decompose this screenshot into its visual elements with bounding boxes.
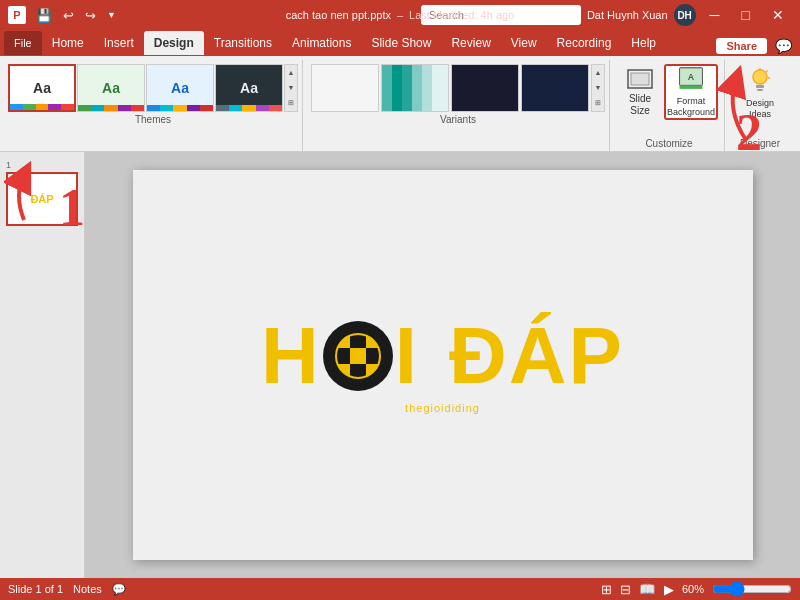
dap-text: ĐÁP xyxy=(449,316,624,396)
format-background-button[interactable]: A FormatBackground xyxy=(664,64,718,120)
svg-point-6 xyxy=(753,70,767,84)
design-ideas-button[interactable]: DesignIdeas xyxy=(735,64,785,122)
app-icon: P xyxy=(8,6,26,24)
variants-section: ▲ ▼ ⊞ Variants xyxy=(307,60,610,151)
checker-pattern xyxy=(334,332,382,380)
status-bar: Slide 1 of 1 Notes 💬 ⊞ ⊟ 📖 ▶ 60% xyxy=(0,578,800,600)
status-right: ⊞ ⊟ 📖 ▶ 60% xyxy=(601,582,792,597)
tab-help[interactable]: Help xyxy=(621,31,666,55)
tab-file[interactable]: File xyxy=(4,31,42,55)
slide-thumbnail-1[interactable]: ĐÁP xyxy=(6,172,78,226)
variant-item-4[interactable] xyxy=(521,64,589,112)
ribbon-tabs-row: File Home Insert Design Transitions Anim… xyxy=(0,30,800,56)
tab-design[interactable]: Design xyxy=(144,31,204,55)
title-bar-left: P 💾 ↩ ↪ ▼ xyxy=(8,6,120,25)
variant-item-1[interactable] xyxy=(311,64,379,112)
logo-circle-o xyxy=(323,321,393,391)
slide-sorter-button[interactable]: ⊟ xyxy=(620,582,631,597)
slide-size-icon xyxy=(626,68,654,90)
zoom-level: 60% xyxy=(682,583,704,595)
user-name: Dat Huynh Xuan xyxy=(587,9,668,21)
variant-item-2[interactable] xyxy=(381,64,449,112)
maximize-button[interactable]: □ xyxy=(734,5,758,25)
tab-recording[interactable]: Recording xyxy=(547,31,622,55)
quick-access: 💾 ↩ ↪ ▼ xyxy=(32,6,120,25)
customize-section: SlideSize A FormatBackground Customize xyxy=(614,60,725,151)
slide-canvas[interactable]: H xyxy=(133,170,753,560)
tab-insert[interactable]: Insert xyxy=(94,31,144,55)
customize-label: Customize xyxy=(620,138,718,151)
redo-button[interactable]: ↪ xyxy=(81,6,100,25)
close-button[interactable]: ✕ xyxy=(764,5,792,25)
tab-view[interactable]: View xyxy=(501,31,547,55)
theme-item-4[interactable]: Aa xyxy=(215,64,283,112)
undo-button[interactable]: ↩ xyxy=(59,6,78,25)
svg-rect-19 xyxy=(350,348,366,364)
design-ideas-icon xyxy=(746,67,774,95)
slideshow-button[interactable]: ▶ xyxy=(664,582,674,597)
theme-item-3[interactable]: Aa xyxy=(146,64,214,112)
slide-logo: H xyxy=(261,316,624,396)
ribbon-tabs: File Home Insert Design Transitions Anim… xyxy=(4,31,666,56)
design-ideas-label: DesignIdeas xyxy=(746,98,774,120)
designer-section: DesignIdeas Designer xyxy=(729,60,791,151)
tab-review[interactable]: Review xyxy=(441,31,500,55)
modified-status: – xyxy=(397,9,403,21)
variant-scroll[interactable]: ▲ ▼ ⊞ xyxy=(591,64,605,112)
minimize-button[interactable]: ─ xyxy=(702,5,728,25)
brand-text: thegioididing xyxy=(405,402,480,414)
tab-home[interactable]: Home xyxy=(42,31,94,55)
title-bar-center: cach tao nen ppt.pptx – Last Modified: 4… xyxy=(286,9,515,21)
save-button[interactable]: 💾 xyxy=(32,6,56,25)
themes-label: Themes xyxy=(8,114,298,127)
zoom-slider[interactable] xyxy=(712,583,792,595)
ribbon: Aa Aa xyxy=(0,56,800,152)
themes-section: Aa Aa xyxy=(8,60,303,151)
svg-rect-5 xyxy=(680,85,703,89)
format-background-label: FormatBackground xyxy=(667,96,715,118)
slide-count: Slide 1 of 1 xyxy=(8,583,63,595)
svg-line-10 xyxy=(766,70,768,72)
slide-size-label: SlideSize xyxy=(629,93,651,117)
reading-view-button[interactable]: 📖 xyxy=(639,582,656,597)
filename: cach tao nen ppt.pptx xyxy=(286,9,391,21)
format-background-icon: A xyxy=(676,66,706,92)
main-slide-area[interactable]: H xyxy=(85,152,800,578)
slide-number-1: 1 xyxy=(6,160,78,170)
hoi-text: H xyxy=(261,316,419,396)
notes-button[interactable]: Notes xyxy=(73,583,102,595)
slides-panel: 1 ĐÁP xyxy=(0,152,85,578)
status-left: Slide 1 of 1 Notes 💬 xyxy=(8,583,126,596)
theme-item-1[interactable]: Aa xyxy=(8,64,76,112)
tab-animations[interactable]: Animations xyxy=(282,31,361,55)
variant-item-3[interactable] xyxy=(451,64,519,112)
user-avatar[interactable]: DH xyxy=(674,4,696,26)
variants-label: Variants xyxy=(311,114,605,127)
comments-count[interactable]: 💬 xyxy=(112,583,126,596)
slide-size-button[interactable]: SlideSize xyxy=(620,64,660,120)
customize-quick-access[interactable]: ▼ xyxy=(103,6,120,25)
designer-label: Designer xyxy=(740,138,780,151)
modified-time: Last Modified: 4h ago xyxy=(409,9,514,21)
normal-view-button[interactable]: ⊞ xyxy=(601,582,612,597)
slide-main-content: H xyxy=(261,316,624,414)
svg-text:A: A xyxy=(688,72,695,82)
title-bar: P 💾 ↩ ↪ ▼ cach tao nen ppt.pptx – Last M… xyxy=(0,0,800,30)
theme-item-2[interactable]: Aa xyxy=(77,64,145,112)
comments-button[interactable]: 💬 xyxy=(771,38,796,54)
svg-rect-8 xyxy=(757,89,763,91)
tabs-right-area: Share 💬 xyxy=(716,38,800,56)
share-button[interactable]: Share xyxy=(716,38,767,54)
tab-slide-show[interactable]: Slide Show xyxy=(361,31,441,55)
tab-transitions[interactable]: Transitions xyxy=(204,31,282,55)
svg-rect-1 xyxy=(631,73,649,85)
theme-scroll-down[interactable]: ▲ ▼ ⊞ xyxy=(284,64,298,112)
svg-rect-7 xyxy=(756,85,764,88)
